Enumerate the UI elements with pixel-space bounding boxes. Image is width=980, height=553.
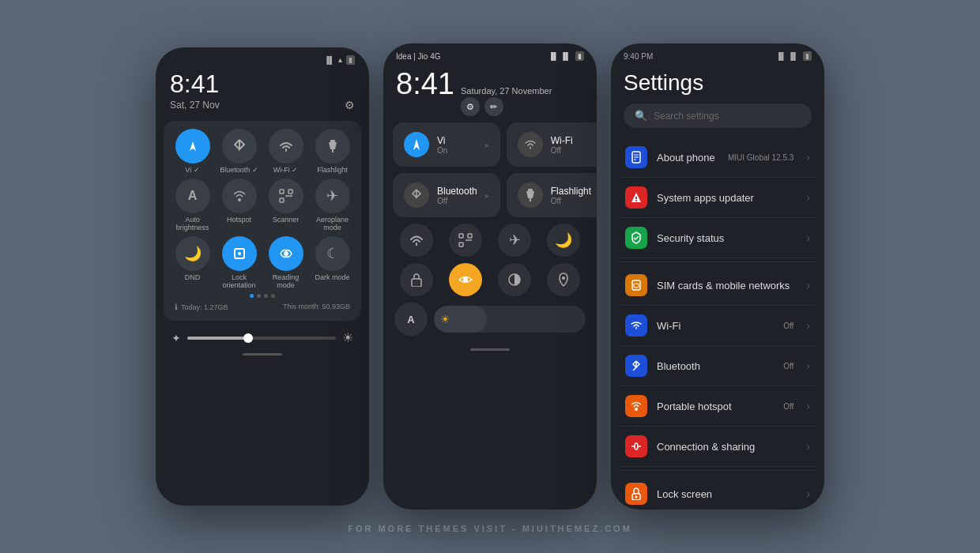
quick-btn-bluetooth[interactable]: Bluetooth ✓ (218, 129, 260, 174)
p2-settings-icon[interactable]: ⚙ (461, 97, 480, 116)
quick-btn-reading[interactable]: Reading mode (265, 236, 307, 289)
scanner-label: Scanner (273, 216, 300, 224)
tile-flashlight[interactable]: Flashlight Off ▸ (507, 173, 597, 217)
quick-btn-orientation[interactable]: Lock orientation (218, 236, 260, 289)
quick-btn-flashlight[interactable]: Flashlight (311, 129, 353, 174)
svg-point-21 (562, 276, 565, 280)
dnd-icon: 🌙 (175, 236, 210, 271)
about-badge: MIUI Global 12.5.3 (728, 153, 793, 162)
p1-settings-icon[interactable]: ⚙ (345, 99, 355, 111)
p2-scan-btn[interactable] (449, 224, 482, 257)
quick-btn-airplane[interactable]: ✈ Aeroplane mode (311, 179, 353, 231)
brightness-label: Auto brightness (172, 216, 213, 231)
vi-tile-status: On (437, 146, 477, 155)
tile-vi[interactable]: Vi On ▸ (393, 122, 500, 167)
connection-icon (625, 435, 647, 457)
sim-content: SIM cards & mobile networks (657, 280, 797, 292)
p2-edit-icon[interactable]: ✏ (484, 97, 503, 116)
hotspot-icon (222, 179, 257, 213)
hotspot-off-badge: Off (783, 402, 793, 411)
hotspot-settings-content: Portable hotspot (657, 401, 774, 412)
quick-btn-brightness[interactable]: A Auto brightness (172, 179, 213, 231)
p2-status-icons: ▐▌ ▐▌ ▮ (548, 51, 584, 61)
icon-row-2 (383, 263, 597, 303)
data-row: ℹToday: 1.27GB This month: 50.93GB (172, 301, 353, 313)
p2-airplane-btn[interactable]: ✈ (498, 224, 531, 257)
brightness-max-icon: ☀ (342, 330, 353, 345)
orientation-icon (222, 236, 257, 271)
p2-location-btn[interactable] (547, 263, 580, 296)
settings-item-updater[interactable]: System apps updater › (619, 178, 816, 218)
dnd-label: DND (185, 273, 201, 281)
about-icon (625, 146, 647, 168)
p3-status-icons: ▐▌ ▐▌ ▮ (776, 51, 812, 61)
settings-item-wifi[interactable]: Wi-Fi Off › (619, 306, 816, 346)
quick-btn-dark[interactable]: ☾ Dark mode (311, 236, 353, 289)
security-icon (625, 227, 647, 249)
search-placeholder: Search settings (654, 111, 719, 122)
wifi-settings-title: Wi-Fi (657, 320, 774, 332)
svg-point-31 (635, 408, 638, 411)
security-content: Security status (657, 232, 797, 244)
p1-battery: ▮ (346, 55, 355, 65)
settings-item-sim[interactable]: SIM cards & mobile networks › (619, 265, 816, 306)
tile-bluetooth[interactable]: Bluetooth Off ▸ (393, 173, 500, 217)
settings-item-security[interactable]: Security status › (619, 218, 816, 258)
quick-btn-dnd[interactable]: 🌙 DND (172, 236, 213, 289)
svg-rect-16 (459, 243, 463, 246)
fl-tile-content: Flashlight Off (551, 186, 591, 205)
bt-tile-content: Bluetooth Off (437, 186, 477, 205)
wifi-settings-icon (625, 314, 647, 337)
updater-title: System apps updater (657, 192, 797, 204)
wifi-icon (269, 129, 303, 164)
quick-btn-wifi[interactable]: Wi-Fi ✓ (265, 129, 307, 174)
airplane-icon: ✈ (315, 179, 350, 213)
p3-time: 9:40 PM (624, 52, 653, 61)
settings-item-lockscreen[interactable]: Lock screen › (619, 474, 816, 510)
settings-item-bt[interactable]: Bluetooth Off › (619, 346, 816, 386)
brightness-track[interactable] (187, 337, 336, 340)
bt-tile-status: Off (437, 197, 477, 205)
p2-eye-btn[interactable] (449, 263, 482, 296)
vi-tile-icon (404, 132, 429, 157)
bt-tile-name: Bluetooth (437, 186, 477, 197)
connection-arrow: › (806, 440, 810, 453)
about-arrow: › (806, 151, 810, 164)
p2-auto-btn[interactable]: A (394, 303, 428, 336)
settings-item-hotspot[interactable]: Portable hotspot Off › (619, 386, 816, 427)
lockscreen-content: Lock screen (657, 488, 797, 500)
p3-status: 9:40 PM ▐▌ ▐▌ ▮ (611, 43, 824, 64)
sim-icon (625, 274, 647, 296)
quick-btn-scanner[interactable]: Scanner (265, 179, 307, 231)
security-title: Security status (657, 232, 797, 244)
p2-lock-btn[interactable] (400, 263, 433, 296)
bluetooth-icon (222, 129, 257, 164)
p2-status: Idea | Jio 4G ▐▌ ▐▌ ▮ (383, 43, 597, 64)
p2-contrast-btn[interactable] (498, 263, 531, 296)
p2-moon-btn[interactable]: 🌙 (547, 224, 580, 257)
phones-container: ▐▌ ▲ ▮ 8:41 Sat, 27 Nov ⚙ Vi ✓ (156, 43, 824, 510)
quick-btn-hotspot[interactable]: Hotspot (218, 179, 260, 231)
home-indicator (243, 353, 282, 356)
p2-time: 8:41 (396, 67, 454, 101)
tile-wifi[interactable]: Wi-Fi Off ▸ (507, 122, 597, 167)
sim-title: SIM cards & mobile networks (657, 280, 797, 292)
settings-item-about[interactable]: About phone MIUI Global 12.5.3 › (619, 137, 816, 178)
svg-rect-6 (280, 198, 284, 202)
wifi-label: Wi-Fi ✓ (273, 166, 299, 174)
quick-btn-vi[interactable]: Vi ✓ (172, 129, 213, 174)
wifi-settings-arrow: › (806, 319, 810, 332)
p2-brightness-track[interactable]: ☀ (434, 306, 586, 333)
hotspot-settings-arrow: › (806, 400, 810, 412)
svg-rect-4 (280, 190, 284, 194)
p2-wifi-btn[interactable] (400, 224, 433, 257)
settings-item-connection[interactable]: Connection & sharing › (619, 427, 816, 467)
phone-3: 9:40 PM ▐▌ ▐▌ ▮ Settings 🔍 Search settin… (611, 43, 824, 510)
search-bar[interactable]: 🔍 Search settings (624, 103, 812, 128)
flashlight-label: Flashlight (317, 166, 348, 174)
hotspot-settings-icon (625, 395, 647, 417)
phone-2: Idea | Jio 4G ▐▌ ▐▌ ▮ 8:41 Saturday, 27 … (383, 43, 597, 510)
updater-arrow: › (806, 191, 810, 204)
dark-mode-icon: ☾ (315, 236, 350, 271)
search-icon: 🔍 (635, 110, 647, 122)
